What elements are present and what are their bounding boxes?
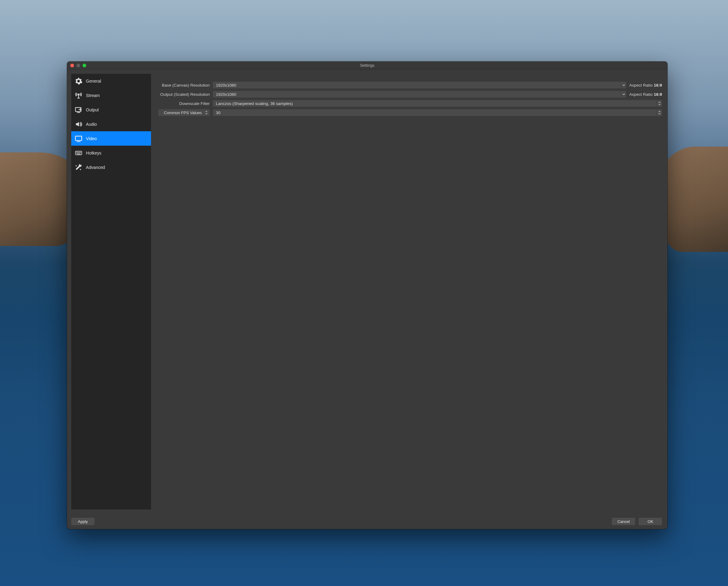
sidebar-item-label: Stream [86, 93, 100, 98]
gear-icon [74, 77, 83, 86]
window-controls [70, 64, 86, 67]
output-icon [74, 105, 83, 114]
maximize-window-button[interactable] [82, 64, 86, 67]
dialog-footer: Apply Cancel OK [67, 514, 668, 529]
downscale-filter-label: Downscale Filter [158, 101, 210, 106]
sidebar-item-video[interactable]: Video [71, 131, 151, 146]
fps-value-select[interactable]: 30 [213, 109, 662, 116]
tools-icon [74, 163, 83, 172]
monitor-icon [74, 135, 83, 143]
titlebar: Settings [67, 62, 668, 70]
base-resolution-value: 1920x1080 [213, 83, 621, 88]
output-resolution-combobox[interactable]: 1920x1080 [213, 91, 626, 98]
sidebar-item-label: General [86, 79, 101, 83]
chevron-down-icon [621, 82, 626, 89]
downscale-filter-value: Lanczos (Sharpened scaling, 36 samples) [213, 101, 656, 106]
sidebar-item-output[interactable]: Output [71, 102, 151, 117]
downscale-filter-select[interactable]: Lanczos (Sharpened scaling, 36 samples) [213, 100, 662, 107]
apply-button[interactable]: Apply [71, 518, 95, 525]
sidebar-item-label: Video [86, 136, 97, 141]
speaker-icon [74, 120, 83, 128]
output-resolution-label: Output (Scaled) Resolution [158, 92, 210, 97]
sidebar-item-label: Advanced [86, 165, 105, 170]
sidebar-item-label: Audio [86, 122, 97, 127]
output-resolution-value: 1920x1080 [213, 92, 621, 97]
stepper-icon [656, 109, 662, 116]
base-resolution-label: Base (Canvas) Resolution [158, 83, 210, 88]
window-title: Settings [67, 63, 668, 68]
base-aspect-ratio: Aspect Ratio 16:9 [629, 83, 662, 88]
settings-main-panel: Base (Canvas) Resolution 1920x1080 Aspec… [151, 70, 668, 514]
keyboard-icon [74, 149, 83, 157]
sidebar-item-audio[interactable]: Audio [71, 117, 151, 131]
fps-mode-label: Common FPS Values [164, 111, 202, 115]
stepper-icon [656, 100, 662, 107]
settings-window: Settings General Stream [67, 62, 668, 529]
sidebar-item-advanced[interactable]: Advanced [71, 160, 151, 174]
output-aspect-ratio: Aspect Ratio 16:9 [629, 92, 662, 97]
sidebar-item-label: Output [86, 107, 99, 112]
fps-mode-select[interactable]: Common FPS Values [158, 109, 210, 116]
sidebar-item-stream[interactable]: Stream [71, 88, 151, 102]
close-window-button[interactable] [70, 64, 74, 67]
chevron-down-icon [621, 91, 626, 98]
settings-sidebar: General Stream Output [71, 74, 151, 510]
stepper-icon [204, 109, 209, 116]
sidebar-item-general[interactable]: General [71, 74, 151, 88]
minimize-window-button[interactable] [76, 64, 80, 67]
cancel-button[interactable]: Cancel [612, 518, 635, 525]
antenna-icon [74, 91, 83, 100]
fps-value: 30 [213, 111, 656, 115]
sidebar-item-hotkeys[interactable]: Hotkeys [71, 146, 151, 160]
sidebar-item-label: Hotkeys [86, 150, 102, 155]
ok-button[interactable]: OK [639, 518, 662, 525]
svg-rect-2 [76, 136, 82, 140]
base-resolution-combobox[interactable]: 1920x1080 [213, 82, 626, 89]
